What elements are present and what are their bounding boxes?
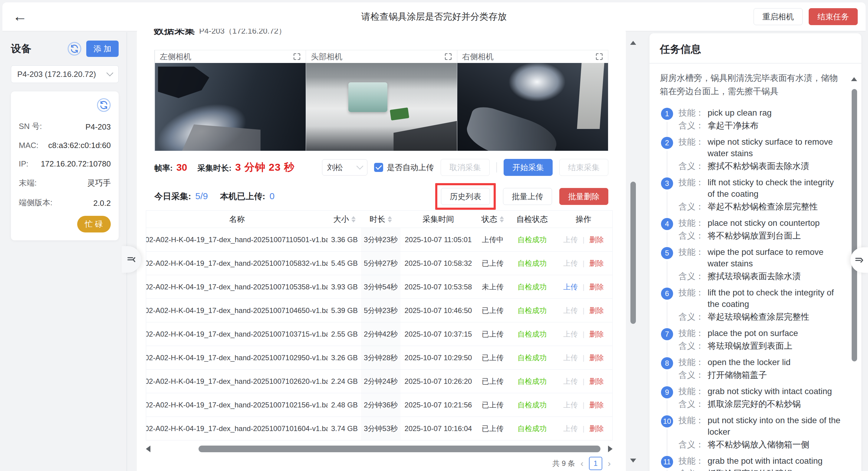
sort-icon[interactable] [500, 216, 504, 222]
operator-select[interactable]: 刘松 [322, 159, 367, 176]
batch-delete-button[interactable]: 批量删除 [559, 188, 608, 205]
skill-text: pick up clean rag [708, 107, 772, 119]
fullscreen-icon[interactable] [293, 53, 301, 61]
upload-link[interactable]: 上传 [563, 235, 578, 245]
meaning-label: 含义： [679, 439, 708, 450]
scroll-down-icon[interactable] [630, 459, 636, 468]
history-list-button[interactable]: 历史列表 [441, 188, 490, 205]
upload-link[interactable]: 上传 [563, 329, 578, 339]
stop-capture-button[interactable]: 结束采集 [559, 159, 608, 176]
upload-link[interactable]: 上传 [563, 400, 578, 410]
info-value: 灵巧手 [87, 178, 111, 188]
auto-upload-checkbox[interactable]: 是否自动上传 [374, 162, 434, 173]
meaning-text: 将珐琅锅放置到表面上 [708, 340, 792, 352]
upload-link[interactable]: 上传 [563, 306, 578, 315]
step-number-badge: 11 [661, 456, 673, 468]
start-capture-button[interactable]: 开始采集 [504, 159, 553, 176]
column-label: 自检状态 [516, 214, 548, 225]
step-number-badge: 1 [661, 108, 673, 120]
device-select-value: P4-203 (172.16.20.72) [17, 70, 96, 79]
cell-operations: 上传 | 删除 [555, 346, 612, 369]
delete-link[interactable]: 删除 [589, 282, 604, 292]
meaning-label: 含义： [679, 398, 708, 410]
table-row: A02-A02-H-K-04-19_17-dex_hand-2025100710… [146, 369, 612, 393]
add-device-button[interactable]: 添 加 [86, 40, 119, 57]
batch-upload-button[interactable]: 批量上传 [503, 188, 552, 205]
restart-camera-button[interactable]: 重启相机 [753, 8, 803, 25]
table-header-cell[interactable]: 操作 [555, 211, 612, 228]
sort-icon[interactable] [388, 216, 392, 222]
info-label: SN 号: [19, 121, 42, 132]
delete-link[interactable]: 删除 [589, 353, 604, 363]
table-header-cell[interactable]: 时长 [361, 211, 400, 228]
cell-time: 2025-10-07 11:05:01 [400, 228, 476, 251]
v-scroll-thumb[interactable] [630, 182, 636, 324]
cell-selfcheck: 自检成功 [509, 228, 555, 251]
upload-link[interactable]: 上传 [563, 353, 578, 363]
sidebar-title: 设备 [11, 42, 31, 56]
cell-duration: 3分钟23秒 [361, 228, 400, 251]
fullscreen-icon[interactable] [595, 53, 603, 61]
table-header-cell[interactable]: 状态 [476, 211, 509, 228]
chevron-down-icon [106, 69, 114, 76]
delete-link[interactable]: 删除 [589, 424, 604, 434]
table-header-cell[interactable]: 名称 [146, 211, 328, 228]
cell-status: 已上传 [476, 322, 509, 346]
refresh-icon[interactable] [67, 42, 82, 56]
delete-link[interactable]: 删除 [589, 235, 604, 245]
cell-duration: 3分钟54秒 [361, 275, 400, 299]
end-task-button[interactable]: 结束任务 [809, 8, 858, 25]
section-title: 数据采集 [154, 29, 195, 36]
refresh-icon[interactable] [97, 98, 111, 112]
step-connector [667, 342, 668, 356]
sort-icon[interactable] [351, 216, 355, 222]
back-icon[interactable]: ← [13, 7, 27, 25]
scroll-left-icon[interactable] [146, 446, 150, 452]
prev-page-icon[interactable]: ‹ [581, 458, 584, 469]
main-vertical-scrollbar[interactable] [630, 36, 636, 471]
table-row: A02-A02-H-K-04-19_17-dex_hand-2025100710… [146, 299, 612, 322]
cell-size: 2.55 GB [328, 322, 361, 346]
page-number-button[interactable]: 1 [589, 457, 602, 470]
delete-link[interactable]: 删除 [589, 306, 604, 315]
camera-feed [306, 63, 457, 151]
table-header-cell[interactable]: 大小 [328, 211, 361, 228]
h-scroll-thumb[interactable] [198, 446, 600, 452]
delete-link[interactable]: 删除 [589, 329, 604, 339]
h-scroll-track[interactable] [153, 446, 605, 452]
table-header-cell[interactable]: 自检状态 [509, 211, 555, 228]
fullscreen-icon[interactable] [444, 53, 452, 61]
skill-label: 技能： [679, 246, 708, 270]
today-count-label: 今日采集: [154, 191, 191, 202]
cell-status: 已上传 [476, 417, 509, 440]
cancel-capture-button[interactable]: 取消采集 [441, 159, 490, 176]
delete-link[interactable]: 删除 [589, 258, 604, 268]
scroll-up-icon[interactable] [630, 36, 636, 45]
task-step: 2 技能： wipe not sticky surface to remove … [660, 136, 842, 177]
pagination-total: 共 9 条 [552, 459, 575, 468]
task-panel-scrollbar[interactable] [851, 72, 858, 471]
delete-link[interactable]: 删除 [589, 377, 604, 386]
table-header-cell[interactable]: 采集时间 [400, 211, 476, 228]
task-scroll-thumb[interactable] [851, 89, 857, 362]
task-step: 1 技能： pick up clean rag 含义： 拿起干净抹布 [660, 107, 842, 136]
cell-size: 2.48 GB [328, 393, 361, 416]
upload-link[interactable]: 上传 [563, 377, 578, 386]
cell-operations: 上传 | 删除 [555, 417, 612, 440]
scroll-right-icon[interactable] [608, 446, 613, 452]
step-number-badge: 10 [661, 415, 673, 428]
upload-link[interactable]: 上传 [563, 282, 578, 292]
task-step: 10 技能： put not sticky into on the side o… [660, 415, 842, 455]
delete-link[interactable]: 删除 [589, 400, 604, 410]
cell-duration: 3分钟28秒 [361, 346, 400, 369]
cell-duration: 3分钟53秒 [361, 417, 400, 440]
scroll-up-icon[interactable] [851, 72, 857, 81]
next-page-icon[interactable]: › [608, 458, 611, 469]
device-select[interactable]: P4-203 (172.16.20.72) [11, 65, 119, 83]
upload-link[interactable]: 上传 [563, 424, 578, 434]
checkbox-checked-icon[interactable] [374, 163, 383, 172]
cell-selfcheck: 自检成功 [509, 252, 555, 275]
task-step: 3 技能： lift not sticky to check the integ… [660, 177, 842, 217]
cell-name: A02-A02-H-K-04-19_17-dex_hand-2025100710… [146, 417, 328, 440]
upload-link[interactable]: 上传 [563, 258, 578, 268]
